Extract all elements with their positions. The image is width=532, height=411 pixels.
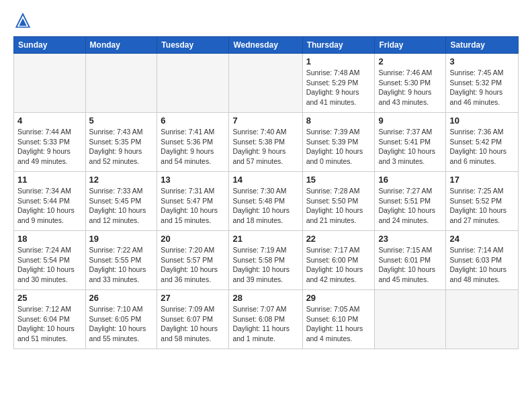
day-number: 5: [89, 116, 154, 126]
day-number: 2: [378, 56, 442, 66]
day-info: Sunrise: 7:33 AM Sunset: 5:45 PM Dayligh…: [89, 186, 154, 226]
day-info: Sunrise: 7:17 AM Sunset: 6:00 PM Dayligh…: [306, 245, 371, 285]
day-cell: 4Sunrise: 7:44 AM Sunset: 5:33 PM Daylig…: [14, 113, 86, 172]
day-info: Sunrise: 7:37 AM Sunset: 5:41 PM Dayligh…: [378, 127, 442, 167]
weekday-header-tuesday: Tuesday: [157, 37, 229, 54]
day-number: 10: [449, 116, 515, 126]
day-info: Sunrise: 7:43 AM Sunset: 5:35 PM Dayligh…: [89, 127, 154, 167]
day-info: Sunrise: 7:24 AM Sunset: 5:54 PM Dayligh…: [17, 245, 82, 285]
day-cell: 20Sunrise: 7:20 AM Sunset: 5:57 PM Dayli…: [157, 231, 229, 290]
day-cell: 16Sunrise: 7:27 AM Sunset: 5:51 PM Dayli…: [375, 172, 446, 231]
day-number: 29: [306, 293, 371, 303]
day-info: Sunrise: 7:09 AM Sunset: 6:07 PM Dayligh…: [161, 304, 225, 344]
day-cell: 10Sunrise: 7:36 AM Sunset: 5:42 PM Dayli…: [446, 113, 519, 172]
day-number: 27: [161, 293, 225, 303]
day-cell: 24Sunrise: 7:14 AM Sunset: 6:03 PM Dayli…: [446, 231, 519, 290]
day-cell: 18Sunrise: 7:24 AM Sunset: 5:54 PM Dayli…: [14, 231, 86, 290]
day-cell: 22Sunrise: 7:17 AM Sunset: 6:00 PM Dayli…: [302, 231, 375, 290]
day-cell: [446, 290, 519, 349]
day-cell: 26Sunrise: 7:10 AM Sunset: 6:05 PM Dayli…: [85, 290, 157, 349]
day-number: 23: [378, 234, 442, 244]
day-info: Sunrise: 7:34 AM Sunset: 5:44 PM Dayligh…: [17, 186, 82, 226]
day-cell: 17Sunrise: 7:25 AM Sunset: 5:52 PM Dayli…: [446, 172, 519, 231]
week-row-1: 1Sunrise: 7:48 AM Sunset: 5:29 PM Daylig…: [14, 54, 519, 113]
day-info: Sunrise: 7:14 AM Sunset: 6:03 PM Dayligh…: [449, 245, 515, 285]
day-cell: 29Sunrise: 7:05 AM Sunset: 6:10 PM Dayli…: [302, 290, 375, 349]
weekday-header-sunday: Sunday: [14, 37, 86, 54]
day-number: 25: [17, 293, 82, 303]
day-info: Sunrise: 7:19 AM Sunset: 5:58 PM Dayligh…: [232, 245, 298, 285]
day-info: Sunrise: 7:27 AM Sunset: 5:51 PM Dayligh…: [378, 186, 442, 226]
day-cell: 8Sunrise: 7:39 AM Sunset: 5:39 PM Daylig…: [302, 113, 375, 172]
weekday-header-monday: Monday: [85, 37, 157, 54]
week-row-5: 25Sunrise: 7:12 AM Sunset: 6:04 PM Dayli…: [14, 290, 519, 349]
day-info: Sunrise: 7:10 AM Sunset: 6:05 PM Dayligh…: [89, 304, 154, 344]
day-info: Sunrise: 7:22 AM Sunset: 5:55 PM Dayligh…: [89, 245, 154, 285]
day-cell: 5Sunrise: 7:43 AM Sunset: 5:35 PM Daylig…: [85, 113, 157, 172]
day-number: 19: [89, 234, 154, 244]
day-number: 4: [17, 116, 82, 126]
day-number: 26: [89, 293, 154, 303]
day-number: 21: [232, 234, 298, 244]
day-cell: 2Sunrise: 7:46 AM Sunset: 5:30 PM Daylig…: [375, 54, 446, 113]
week-row-3: 11Sunrise: 7:34 AM Sunset: 5:44 PM Dayli…: [14, 172, 519, 231]
day-info: Sunrise: 7:41 AM Sunset: 5:36 PM Dayligh…: [161, 127, 225, 167]
weekday-header-thursday: Thursday: [302, 37, 375, 54]
day-number: 12: [89, 175, 154, 185]
day-info: Sunrise: 7:39 AM Sunset: 5:39 PM Dayligh…: [306, 127, 371, 167]
day-number: 18: [17, 234, 82, 244]
day-number: 1: [306, 56, 371, 66]
day-number: 11: [17, 175, 82, 185]
day-info: Sunrise: 7:45 AM Sunset: 5:32 PM Dayligh…: [449, 68, 515, 107]
weekday-header-saturday: Saturday: [446, 37, 519, 54]
day-cell: [14, 54, 86, 113]
logo: [13, 11, 35, 30]
day-cell: 12Sunrise: 7:33 AM Sunset: 5:45 PM Dayli…: [85, 172, 157, 231]
day-info: Sunrise: 7:07 AM Sunset: 6:08 PM Dayligh…: [232, 304, 298, 344]
header: [13, 11, 519, 30]
day-number: 28: [232, 293, 298, 303]
day-number: 3: [449, 56, 515, 66]
day-cell: 28Sunrise: 7:07 AM Sunset: 6:08 PM Dayli…: [229, 290, 302, 349]
weekday-header-friday: Friday: [375, 37, 446, 54]
day-cell: 13Sunrise: 7:31 AM Sunset: 5:47 PM Dayli…: [157, 172, 229, 231]
day-cell: 19Sunrise: 7:22 AM Sunset: 5:55 PM Dayli…: [85, 231, 157, 290]
day-info: Sunrise: 7:05 AM Sunset: 6:10 PM Dayligh…: [306, 304, 371, 344]
day-cell: [375, 290, 446, 349]
day-cell: 1Sunrise: 7:48 AM Sunset: 5:29 PM Daylig…: [302, 54, 375, 113]
day-number: 7: [232, 116, 298, 126]
day-number: 16: [378, 175, 442, 185]
day-cell: 9Sunrise: 7:37 AM Sunset: 5:41 PM Daylig…: [375, 113, 446, 172]
day-cell: 11Sunrise: 7:34 AM Sunset: 5:44 PM Dayli…: [14, 172, 86, 231]
day-number: 8: [306, 116, 371, 126]
day-number: 22: [306, 234, 371, 244]
day-cell: 15Sunrise: 7:28 AM Sunset: 5:50 PM Dayli…: [302, 172, 375, 231]
day-number: 24: [449, 234, 515, 244]
logo-icon: [13, 11, 32, 30]
week-row-2: 4Sunrise: 7:44 AM Sunset: 5:33 PM Daylig…: [14, 113, 519, 172]
day-number: 14: [232, 175, 298, 185]
day-number: 13: [161, 175, 225, 185]
day-info: Sunrise: 7:46 AM Sunset: 5:30 PM Dayligh…: [378, 68, 442, 107]
week-row-4: 18Sunrise: 7:24 AM Sunset: 5:54 PM Dayli…: [14, 231, 519, 290]
day-cell: [157, 54, 229, 113]
day-cell: 3Sunrise: 7:45 AM Sunset: 5:32 PM Daylig…: [446, 54, 519, 113]
day-info: Sunrise: 7:48 AM Sunset: 5:29 PM Dayligh…: [306, 68, 371, 107]
page: SundayMondayTuesdayWednesdayThursdayFrid…: [0, 0, 532, 411]
day-cell: 21Sunrise: 7:19 AM Sunset: 5:58 PM Dayli…: [229, 231, 302, 290]
day-cell: 14Sunrise: 7:30 AM Sunset: 5:48 PM Dayli…: [229, 172, 302, 231]
day-cell: [229, 54, 302, 113]
day-number: 17: [449, 175, 515, 185]
day-info: Sunrise: 7:31 AM Sunset: 5:47 PM Dayligh…: [161, 186, 225, 226]
day-info: Sunrise: 7:30 AM Sunset: 5:48 PM Dayligh…: [232, 186, 298, 226]
day-info: Sunrise: 7:36 AM Sunset: 5:42 PM Dayligh…: [449, 127, 515, 167]
day-cell: 25Sunrise: 7:12 AM Sunset: 6:04 PM Dayli…: [14, 290, 86, 349]
day-number: 9: [378, 116, 442, 126]
day-cell: 23Sunrise: 7:15 AM Sunset: 6:01 PM Dayli…: [375, 231, 446, 290]
day-info: Sunrise: 7:40 AM Sunset: 5:38 PM Dayligh…: [232, 127, 298, 167]
day-cell: 7Sunrise: 7:40 AM Sunset: 5:38 PM Daylig…: [229, 113, 302, 172]
weekday-header-row: SundayMondayTuesdayWednesdayThursdayFrid…: [14, 37, 519, 54]
day-number: 6: [161, 116, 225, 126]
day-cell: 6Sunrise: 7:41 AM Sunset: 5:36 PM Daylig…: [157, 113, 229, 172]
day-info: Sunrise: 7:44 AM Sunset: 5:33 PM Dayligh…: [17, 127, 82, 167]
